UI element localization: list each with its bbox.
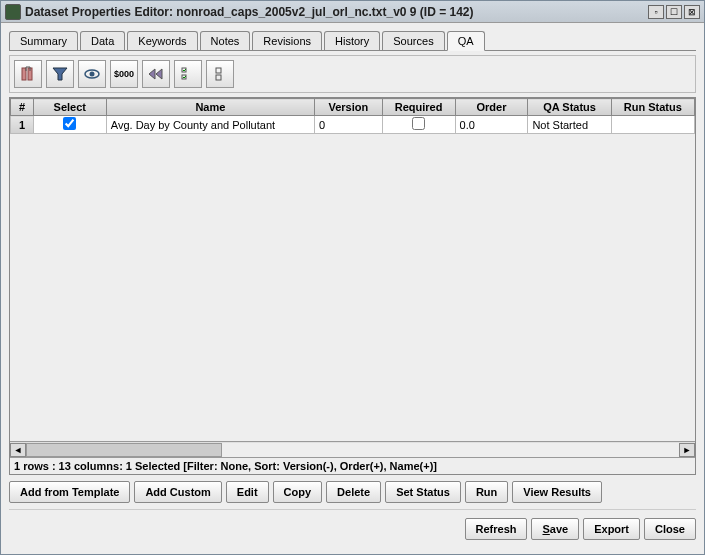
rewind-icon	[147, 65, 165, 83]
minimize-icon[interactable]: ▫	[648, 5, 664, 19]
horizontal-scrollbar[interactable]: ◄ ►	[10, 441, 695, 457]
column-icon	[19, 65, 37, 83]
app-icon	[5, 4, 21, 20]
tab-history[interactable]: History	[324, 31, 380, 50]
check-list-icon	[179, 65, 197, 83]
svg-rect-7	[216, 75, 221, 80]
save-button[interactable]: Save	[531, 518, 579, 540]
tab-keywords[interactable]: Keywords	[127, 31, 197, 50]
window-title: Dataset Properties Editor: nonroad_caps_…	[25, 5, 648, 19]
first-page-button[interactable]	[142, 60, 170, 88]
tab-notes[interactable]: Notes	[200, 31, 251, 50]
save-label-rest: ave	[550, 523, 568, 535]
column-chooser-button[interactable]	[14, 60, 42, 88]
titlebar: Dataset Properties Editor: nonroad_caps_…	[1, 1, 704, 23]
eye-icon	[83, 65, 101, 83]
funnel-icon	[51, 65, 69, 83]
run-button[interactable]: Run	[465, 481, 508, 503]
table-row[interactable]: 1 Avg. Day by County and Pollutant 0 0.0…	[11, 116, 695, 134]
qa-table-scroll[interactable]: # Select Name Version Required Order QA …	[10, 98, 695, 441]
filter-button[interactable]	[46, 60, 74, 88]
col-qa-status[interactable]: QA Status	[528, 99, 611, 116]
cell-required[interactable]	[382, 116, 455, 134]
action-buttons: Add from Template Add Custom Edit Copy D…	[9, 475, 696, 509]
col-version[interactable]: Version	[314, 99, 382, 116]
empty-list-icon	[211, 65, 229, 83]
cell-version[interactable]: 0	[314, 116, 382, 134]
svg-rect-0	[22, 68, 26, 80]
close-icon[interactable]: ⊠	[684, 5, 700, 19]
select-checkbox[interactable]	[63, 117, 76, 130]
qa-table: # Select Name Version Required Order QA …	[10, 98, 695, 134]
cell-select[interactable]	[33, 116, 106, 134]
col-name[interactable]: Name	[106, 99, 314, 116]
col-run-status[interactable]: Run Status	[611, 99, 694, 116]
edit-button[interactable]: Edit	[226, 481, 269, 503]
checklist-button[interactable]	[174, 60, 202, 88]
cell-order[interactable]: 0.0	[455, 116, 528, 134]
cell-run-status[interactable]	[611, 116, 694, 134]
scroll-track[interactable]	[26, 443, 679, 457]
cell-rownum: 1	[11, 116, 34, 134]
tab-revisions[interactable]: Revisions	[252, 31, 322, 50]
export-button[interactable]: Export	[583, 518, 640, 540]
qa-table-container: # Select Name Version Required Order QA …	[9, 97, 696, 475]
format-money-button[interactable]: $000	[110, 60, 138, 88]
scroll-right-icon[interactable]: ►	[679, 443, 695, 457]
svg-rect-6	[216, 68, 221, 73]
add-custom-button[interactable]: Add Custom	[134, 481, 221, 503]
set-status-button[interactable]: Set Status	[385, 481, 461, 503]
cell-name[interactable]: Avg. Day by County and Pollutant	[106, 116, 314, 134]
tab-summary[interactable]: Summary	[9, 31, 78, 50]
content-area: Summary Data Keywords Notes Revisions Hi…	[1, 23, 704, 554]
table-status: 1 rows : 13 columns: 1 Selected [Filter:…	[10, 457, 695, 474]
view-button[interactable]	[78, 60, 106, 88]
col-required[interactable]: Required	[382, 99, 455, 116]
scroll-thumb[interactable]	[26, 443, 222, 457]
col-order[interactable]: Order	[455, 99, 528, 116]
cell-qa-status[interactable]: Not Started	[528, 116, 611, 134]
uncheck-button[interactable]	[206, 60, 234, 88]
copy-button[interactable]: Copy	[273, 481, 323, 503]
dialog-buttons: Refresh Save Export Close	[9, 509, 696, 546]
dataset-properties-editor-window: Dataset Properties Editor: nonroad_caps_…	[0, 0, 705, 555]
close-button[interactable]: Close	[644, 518, 696, 540]
toolbar: $000	[9, 55, 696, 93]
maximize-icon[interactable]: ☐	[666, 5, 682, 19]
required-checkbox[interactable]	[412, 117, 425, 130]
tab-qa[interactable]: QA	[447, 31, 485, 51]
col-rownum[interactable]: #	[11, 99, 34, 116]
tab-bar: Summary Data Keywords Notes Revisions Hi…	[9, 31, 696, 51]
view-results-button[interactable]: View Results	[512, 481, 602, 503]
window-controls: ▫ ☐ ⊠	[648, 5, 700, 19]
refresh-button[interactable]: Refresh	[465, 518, 528, 540]
tab-data[interactable]: Data	[80, 31, 125, 50]
add-from-template-button[interactable]: Add from Template	[9, 481, 130, 503]
scroll-left-icon[interactable]: ◄	[10, 443, 26, 457]
delete-button[interactable]: Delete	[326, 481, 381, 503]
col-select[interactable]: Select	[33, 99, 106, 116]
svg-point-3	[90, 72, 95, 77]
tab-sources[interactable]: Sources	[382, 31, 444, 50]
